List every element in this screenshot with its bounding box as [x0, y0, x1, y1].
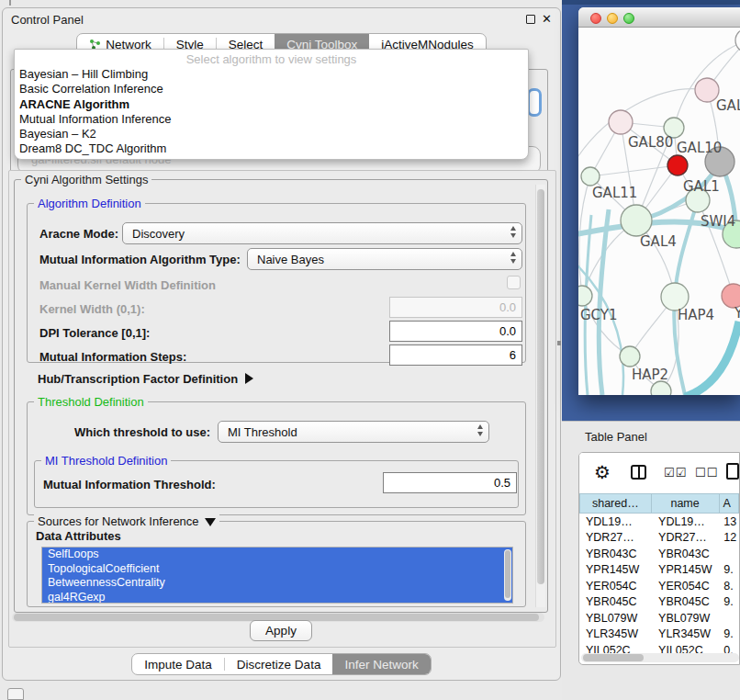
minimize-window-button[interactable]: [607, 13, 618, 24]
algorithm-option[interactable]: Mutual Information Inference: [15, 112, 528, 127]
table-cell: YPR145W: [579, 563, 653, 576]
list-scrollbar[interactable]: [504, 549, 511, 601]
network-node-selected[interactable]: [667, 155, 688, 175]
table-cell: YLR345W: [653, 627, 722, 640]
aracne-mode-combo[interactable]: Discovery: [122, 222, 522, 244]
apply-button[interactable]: Apply: [250, 620, 312, 641]
mi-steps-label: Mutual Information Steps:: [39, 350, 186, 364]
combo-arrows-icon: [510, 252, 516, 264]
artifact-tick: [9, 0, 11, 6]
mi-threshold-field[interactable]: [383, 472, 517, 493]
node-label: GAL1: [683, 178, 720, 195]
screen: Control Panel ✕ Network Style: [0, 0, 740, 700]
table-cell: 9.: [722, 627, 739, 640]
collapsed-arrow-icon: [245, 373, 253, 384]
tab-discretize-data[interactable]: Discretize Data: [225, 654, 333, 674]
table-row[interactable]: YBL079WYBL079W: [579, 610, 739, 627]
network-node[interactable]: [609, 110, 633, 134]
table-row[interactable]: YDL19…YDL19…13: [579, 514, 739, 530]
table-panel-title: Table Panel: [585, 430, 647, 444]
table-row[interactable]: YLR345WYLR345W9.: [579, 627, 739, 643]
table-cell: YBR045C: [579, 595, 653, 608]
minimized-panel-button[interactable]: [7, 688, 24, 700]
table-cell: 0.: [722, 644, 739, 653]
table-row[interactable]: YIL052CYIL052C0.: [579, 642, 739, 653]
kernel-width-label: Kernel Width (0,1):: [39, 302, 145, 316]
panel-resize-handle[interactable]: [557, 341, 561, 345]
table-cell: YBR043C: [579, 548, 653, 560]
node-label: GAL7: [716, 97, 740, 114]
node-label: GAL10: [677, 140, 722, 156]
data-attributes-list[interactable]: SelfLoops TopologicalCoefficient Between…: [41, 547, 513, 604]
which-threshold-combo[interactable]: MI Threshold: [218, 421, 489, 443]
network-node[interactable]: [581, 167, 600, 186]
table-cell: YDR27…: [653, 531, 722, 544]
table-row[interactable]: YBR043CYBR043C: [579, 546, 739, 562]
table-cell: 13: [722, 515, 739, 528]
list-item[interactable]: TopologicalCoefficient: [42, 562, 512, 577]
export-table-icon[interactable]: [726, 463, 739, 480]
group-title: Threshold Definition: [34, 395, 148, 409]
network-node[interactable]: [621, 205, 652, 236]
sources-group-toggle[interactable]: Sources for Network Inference: [34, 514, 219, 528]
combo-arrows-icon: [477, 424, 483, 436]
data-attributes-label: Data Attributes: [36, 529, 121, 543]
network-node[interactable]: [735, 28, 740, 52]
node-label: Y: [734, 305, 740, 322]
kernel-width-field[interactable]: [389, 297, 522, 318]
network-node[interactable]: [651, 381, 671, 395]
column-header[interactable]: A: [720, 493, 740, 514]
node-label: GAL11: [592, 185, 637, 201]
hub-section-toggle[interactable]: Hub/Transcription Factor Definition: [38, 372, 253, 386]
list-item[interactable]: gal4RGexp: [42, 591, 512, 604]
network-node[interactable]: [578, 286, 592, 306]
network-canvas[interactable]: GAL7 GAL80 GAL10 GAL1 GAL11 GAL4 SWI4 GC…: [578, 28, 740, 395]
table-row[interactable]: YBR045CYBR045C9.: [579, 594, 739, 611]
close-icon[interactable]: ✕: [542, 12, 552, 26]
select-all-checks-icon[interactable]: ☑☑: [664, 466, 687, 480]
algorithm-option[interactable]: Bayesian – Hill Climbing: [15, 67, 528, 82]
tab-impute-data[interactable]: Impute Data: [132, 654, 224, 674]
mi-steps-field[interactable]: [389, 344, 522, 366]
list-item[interactable]: BetweennessCentrality: [42, 576, 512, 591]
table-cell: YBR043C: [653, 548, 722, 560]
table-cell: YIL052C: [653, 644, 722, 653]
table-body: YDL19…YDL19…13YDR27…YDR27…12YBR043CYBR04…: [579, 514, 739, 653]
table-row[interactable]: YER054CYER054C8.: [579, 578, 739, 594]
aracne-mode-label: Aracne Mode:: [39, 227, 118, 241]
gear-icon[interactable]: ⚙: [594, 461, 611, 483]
bottom-tab-bar: Impute Data Discretize Data Infer Networ…: [3, 653, 560, 675]
mi-algorithm-type-combo[interactable]: Naive Bayes: [247, 248, 522, 270]
hidden-combo-focus-ring: [527, 88, 542, 117]
close-window-button[interactable]: [590, 13, 601, 24]
tab-infer-network[interactable]: Infer Network: [332, 654, 430, 674]
group-title: MI Threshold Definition: [41, 454, 171, 468]
settings-vertical-scrollbar[interactable]: [535, 185, 545, 607]
algorithm-option[interactable]: Bayesian – K2: [15, 127, 528, 141]
dropdown-prompt: Select algorithm to view settings: [15, 50, 528, 67]
zoom-window-button[interactable]: [623, 13, 634, 24]
list-item[interactable]: SelfLoops: [42, 548, 512, 562]
network-node[interactable]: [620, 346, 640, 367]
column-header[interactable]: name: [652, 493, 720, 514]
control-panel-window: Control Panel ✕ Network Style: [2, 7, 561, 681]
group-title: Algorithm Definition: [34, 197, 145, 210]
table-cell: YER054C: [579, 580, 653, 593]
column-header[interactable]: shared…: [579, 493, 652, 514]
table-cell: YLR345W: [579, 627, 653, 640]
table-header: shared… name A: [579, 493, 739, 514]
float-window-icon[interactable]: [526, 15, 535, 24]
table-cell: YDL19…: [579, 515, 653, 528]
algorithm-option[interactable]: Basic Correlation Inference: [15, 82, 528, 96]
dpi-tolerance-field[interactable]: [389, 321, 522, 342]
split-columns-icon[interactable]: [631, 465, 646, 480]
table-horizontal-scrollbar[interactable]: [581, 653, 739, 662]
table-cell: 12: [722, 531, 739, 544]
deselect-all-checks-icon[interactable]: ☐☐: [695, 466, 718, 480]
table-row[interactable]: YDR27…YDR27…12: [579, 530, 739, 547]
algorithm-option-selected[interactable]: ARACNE Algorithm: [15, 97, 528, 112]
manual-kernel-width-checkbox[interactable]: [507, 276, 521, 289]
table-row[interactable]: YPR145WYPR145W9.: [579, 562, 739, 579]
algorithm-option[interactable]: Dream8 DC_TDC Algorithm: [15, 141, 528, 156]
combo-arrows-icon: [510, 226, 516, 238]
